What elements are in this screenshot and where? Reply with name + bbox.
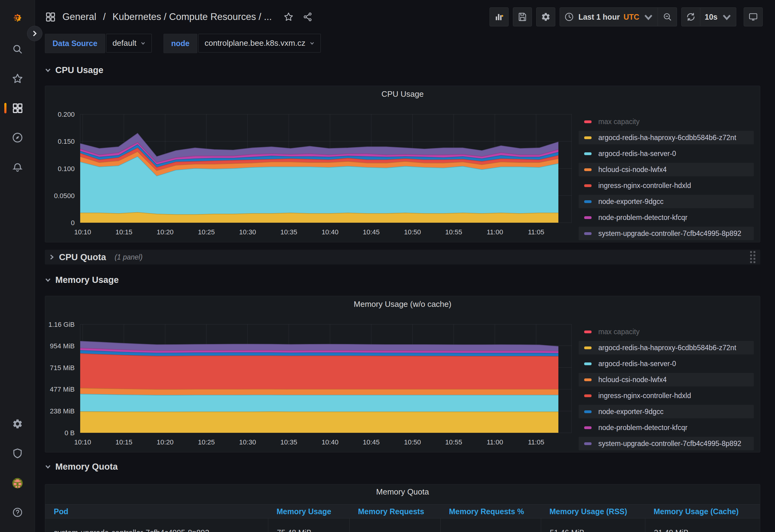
variable-datasource-value[interactable]: default	[106, 34, 152, 53]
svg-text:715 MiB: 715 MiB	[50, 364, 75, 372]
save-dashboard-button[interactable]	[513, 7, 532, 26]
panel-memory-quota: Memory Quota Pod Memory Usage Memory Req…	[45, 484, 760, 532]
sidebar-item-configuration[interactable]	[0, 414, 35, 434]
user-avatar	[12, 478, 23, 489]
section-header-cpu-quota[interactable]: CPU Quota (1 panel)	[45, 250, 760, 264]
help-circle-icon	[12, 507, 23, 518]
legend-item[interactable]: system-upgrade-controller-7cfb4c4995-8p8…	[579, 437, 754, 450]
legend-item[interactable]: max capacity	[579, 115, 754, 128]
svg-text:10:35: 10:35	[280, 228, 297, 236]
cell-memory-usage-rss: 51.46 MiB	[541, 518, 645, 532]
legend-item[interactable]: node-exporter-9dgcc	[579, 405, 754, 418]
table-header-row: Pod Memory Usage Memory Requests Memory …	[45, 504, 760, 518]
sidebar-item-server-admin[interactable]	[0, 444, 35, 463]
legend-item[interactable]: argocd-redis-ha-server-0	[579, 357, 754, 370]
column-header-pod[interactable]: Pod	[45, 507, 268, 516]
expand-sidebar-button[interactable]	[27, 26, 42, 41]
refresh-interval-label: 10s	[705, 13, 718, 22]
legend-swatch	[584, 378, 592, 381]
dashboards-grid-icon	[12, 103, 23, 114]
cpu-usage-plot[interactable]: 00.05000.1000.1500.20010:1010:1510:2010:…	[45, 102, 579, 242]
svg-text:10:30: 10:30	[239, 438, 256, 446]
legend-label: argocd-redis-ha-haproxy-6cdbb584b6-z72nt	[598, 134, 736, 142]
legend-item[interactable]: hcloud-csi-node-lwfx4	[579, 373, 754, 386]
sidebar-item-help[interactable]	[0, 503, 35, 522]
sidebar-item-starred[interactable]	[0, 69, 35, 88]
legend-item[interactable]: hcloud-csi-node-lwfx4	[579, 163, 754, 176]
legend-label: node-exporter-9dgcc	[598, 198, 663, 206]
legend-item[interactable]: node-problem-detector-kfcqr	[579, 421, 754, 434]
legend-item[interactable]: node-problem-detector-kfcqr	[579, 211, 754, 224]
breadcrumb-dashboard-title[interactable]: Kubernetes / Compute Resources / ...	[112, 11, 272, 22]
sidebar-item-profile[interactable]	[0, 473, 35, 493]
legend-swatch	[584, 152, 592, 155]
legend-item[interactable]: ingress-nginx-controller-hdxld	[579, 179, 754, 192]
cell-pod: system-upgrade-controller-7cfb4c4995-8p8…	[45, 518, 268, 532]
variable-node-value[interactable]: controlplane.bee.k8s.vxm.cz	[198, 34, 321, 53]
sidebar-item-explore[interactable]	[0, 128, 35, 147]
legend-item[interactable]: argocd-redis-ha-haproxy-6cdbb584b6-z72nt	[579, 131, 754, 144]
variable-node-selected: controlplane.bee.k8s.vxm.cz	[205, 38, 305, 48]
dashboard-settings-button[interactable]	[536, 7, 555, 26]
svg-text:10:55: 10:55	[445, 228, 462, 236]
legend-item[interactable]: max capacity	[579, 325, 754, 338]
legend-swatch	[584, 442, 592, 445]
legend-item[interactable]: node-exporter-9dgcc	[579, 195, 754, 208]
sidebar-item-alerting[interactable]	[0, 158, 35, 177]
sidebar-item-dashboards[interactable]	[0, 98, 35, 118]
chevron-down-icon	[45, 464, 51, 470]
svg-text:954 MiB: 954 MiB	[50, 342, 75, 350]
legend-label: max capacity	[598, 328, 640, 336]
section-header-memory-usage[interactable]: Memory Usage	[45, 272, 760, 287]
breadcrumb-folder[interactable]: General	[62, 11, 96, 22]
variable-node: node controlplane.bee.k8s.vxm.cz	[163, 34, 321, 53]
legend-label: max capacity	[598, 118, 640, 126]
svg-text:11:00: 11:00	[487, 228, 503, 236]
section-header-cpu-usage[interactable]: CPU Usage	[45, 63, 760, 77]
section-panel-count: (1 panel)	[115, 253, 143, 261]
sidebar-item-search[interactable]	[0, 39, 35, 59]
section-header-memory-quota[interactable]: Memory Quota	[45, 459, 760, 474]
panel-title-memory[interactable]: Memory Usage (w/o cache)	[45, 296, 760, 312]
cell-memory-usage-cache: 31.49 MiB	[645, 518, 760, 532]
legend-item[interactable]: ingress-nginx-controller-hdxld	[579, 389, 754, 402]
zoom-out-time-button[interactable]	[658, 7, 677, 26]
column-header-memory-usage-cache[interactable]: Memory Usage (Cache)	[645, 507, 760, 516]
cell-memory-usage: 75.48 MiB	[268, 518, 349, 532]
chevron-down-icon	[310, 41, 314, 45]
refresh-dashboard-button[interactable]	[681, 7, 700, 26]
legend-item[interactable]: argocd-redis-ha-haproxy-6cdbb584b6-z72nt	[579, 341, 754, 354]
legend-swatch	[584, 394, 592, 397]
legend-swatch	[584, 184, 592, 187]
panel-title-memory-quota[interactable]: Memory Quota	[45, 484, 760, 499]
legend-label: argocd-redis-ha-server-0	[598, 360, 676, 368]
svg-text:10:55: 10:55	[445, 438, 462, 446]
svg-text:10:10: 10:10	[74, 438, 91, 446]
column-header-memory-usage-rss[interactable]: Memory Usage (RSS)	[541, 507, 645, 516]
row-drag-handle-icon[interactable]	[750, 251, 755, 263]
tv-monitor-icon	[748, 12, 758, 22]
legend-item[interactable]: argocd-redis-ha-server-0	[579, 147, 754, 160]
add-panel-icon	[494, 12, 504, 22]
legend-label: ingress-nginx-controller-hdxld	[598, 392, 691, 400]
refresh-interval-picker[interactable]: 10s	[700, 7, 736, 26]
svg-text:0 B: 0 B	[65, 429, 75, 437]
column-header-memory-requests[interactable]: Memory Requests	[349, 507, 440, 516]
svg-text:238 MiB: 238 MiB	[50, 407, 75, 415]
legend-swatch	[584, 216, 592, 219]
legend-label: node-problem-detector-kfcqr	[598, 424, 687, 432]
column-header-memory-requests-pct[interactable]: Memory Requests %	[440, 507, 541, 516]
legend-item[interactable]: system-upgrade-controller-7cfb4c4995-8p8…	[579, 227, 754, 240]
panel-title-cpu[interactable]: CPU Usage	[45, 86, 760, 102]
grafana-logo[interactable]	[0, 8, 35, 28]
column-header-memory-usage[interactable]: Memory Usage	[268, 507, 349, 516]
breadcrumb: General / Kubernetes / Compute Resources…	[45, 11, 490, 22]
svg-text:10:10: 10:10	[74, 228, 91, 236]
svg-text:10:30: 10:30	[239, 228, 256, 236]
memory-usage-plot[interactable]: 0 B238 MiB477 MiB715 MiB954 MiB1.16 GiB1…	[45, 312, 579, 452]
star-dashboard-icon[interactable]	[284, 12, 293, 22]
time-range-picker[interactable]: Last 1 hour UTC	[560, 7, 658, 26]
add-panel-button[interactable]	[490, 7, 509, 26]
share-icon[interactable]	[303, 12, 312, 22]
cycle-view-mode-button[interactable]	[744, 7, 763, 26]
